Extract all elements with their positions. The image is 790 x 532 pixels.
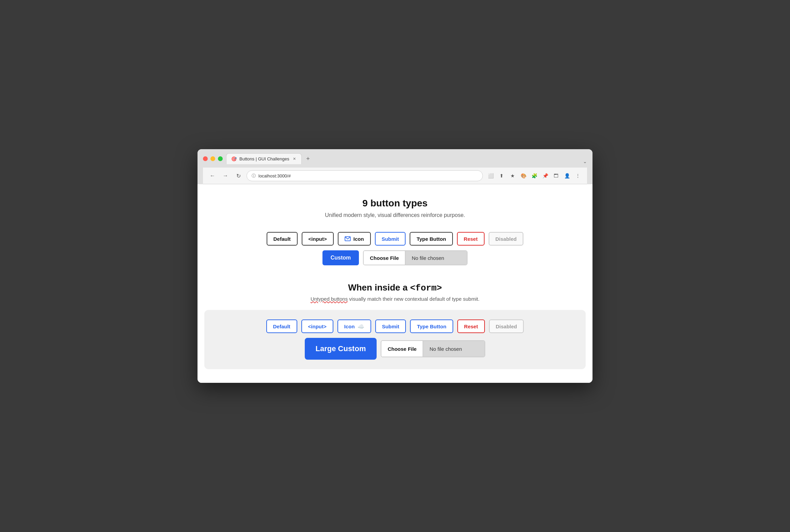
- bookmark-icon[interactable]: ★: [508, 171, 517, 180]
- untyped-buttons-text: Untyped buttons: [311, 296, 348, 302]
- traffic-light-yellow[interactable]: [210, 156, 215, 161]
- choose-file-button[interactable]: Choose File: [364, 251, 406, 265]
- titlebar-top: 🎯 Buttons | GUI Challenges ✕ + ⌄: [203, 153, 587, 164]
- forward-button[interactable]: →: [221, 171, 230, 181]
- form-submit-button[interactable]: Submit: [375, 319, 406, 333]
- tab-close-button[interactable]: ✕: [292, 157, 297, 161]
- page-content: 9 button types Unified modern style, vis…: [198, 184, 592, 383]
- secure-icon: ⓘ: [252, 173, 256, 179]
- input-button[interactable]: <input>: [302, 232, 334, 246]
- traffic-light-green[interactable]: [218, 156, 223, 161]
- form-section: Default <input> Icon ☁️ Submit Type Butt…: [204, 310, 586, 369]
- form-icon-label: Icon: [344, 324, 355, 329]
- browser-tab[interactable]: 🎯 Buttons | GUI Challenges ✕: [226, 153, 302, 164]
- tab-title: Buttons | GUI Challenges: [239, 156, 289, 161]
- submit-button[interactable]: Submit: [375, 232, 406, 246]
- button-row-2: Custom Choose File No file chosen: [204, 250, 586, 265]
- page-header: 9 button types Unified modern style, vis…: [204, 198, 586, 218]
- large-custom-button[interactable]: Large Custom: [305, 338, 377, 360]
- section-1: Default <input> Icon Submit Type Button …: [204, 232, 586, 265]
- browser-toolbar: ⬜ ⬆ ★ 🎨 🧩 📌 🗔 👤 ⋮: [486, 171, 582, 180]
- section-2: When inside a <form> Untyped buttons vis…: [204, 282, 586, 369]
- tab-bar: 🎯 Buttons | GUI Challenges ✕ + ⌄: [226, 153, 587, 164]
- form-choose-file-button[interactable]: Choose File: [381, 341, 423, 357]
- page-subtitle: Unified modern style, visual differences…: [204, 212, 586, 218]
- new-tab-button[interactable]: +: [303, 154, 313, 163]
- form-icon-button[interactable]: Icon ☁️: [337, 319, 371, 333]
- form-input-button[interactable]: <input>: [301, 319, 333, 333]
- tab-favicon: 🎯: [231, 156, 237, 161]
- form-disabled-button: Disabled: [489, 319, 524, 333]
- extensions-icon[interactable]: 🧩: [530, 171, 539, 180]
- default-button[interactable]: Default: [267, 232, 298, 246]
- button-row-1: Default <input> Icon Submit Type Button …: [204, 232, 586, 246]
- browser-navbar: ← → ↻ ⓘ localhost:3000/# ⬜ ⬆ ★ 🎨 🧩 📌 🗔 👤…: [203, 168, 587, 184]
- address-bar[interactable]: ⓘ localhost:3000/#: [247, 170, 483, 181]
- profile-icon[interactable]: 👤: [563, 171, 571, 180]
- section-2-subtitle: Untyped buttons visually match their new…: [204, 296, 586, 302]
- section-2-title-text: When inside a: [348, 282, 410, 293]
- file-input-wrapper: Choose File No file chosen: [363, 250, 468, 265]
- form-button-row-1: Default <input> Icon ☁️ Submit Type Butt…: [212, 319, 578, 333]
- form-button-row-2: Large Custom Choose File No file chosen: [212, 338, 578, 360]
- traffic-light-red[interactable]: [203, 156, 208, 161]
- form-type-button[interactable]: Type Button: [410, 319, 453, 333]
- url-text: localhost:3000/#: [258, 173, 291, 178]
- custom-button[interactable]: Custom: [322, 250, 359, 265]
- no-file-chosen-text: No file chosen: [406, 251, 467, 265]
- cloud-icon: ☁️: [358, 323, 364, 330]
- browser-titlebar: 🎯 Buttons | GUI Challenges ✕ + ⌄ ← → ↻ ⓘ…: [198, 149, 592, 184]
- share-icon[interactable]: ⬆: [497, 171, 506, 180]
- mail-icon: [345, 236, 351, 241]
- reset-button[interactable]: Reset: [457, 232, 485, 246]
- type-button-button[interactable]: Type Button: [410, 232, 453, 246]
- extension-color-icon[interactable]: 🎨: [519, 171, 528, 180]
- back-button[interactable]: ←: [208, 171, 217, 181]
- browser-window: 🎯 Buttons | GUI Challenges ✕ + ⌄ ← → ↻ ⓘ…: [198, 149, 592, 383]
- section-2-subtitle-cont: visually match their new contextual defa…: [348, 296, 479, 302]
- form-reset-button[interactable]: Reset: [457, 319, 485, 333]
- reload-button[interactable]: ↻: [234, 171, 243, 181]
- traffic-lights: [203, 156, 223, 161]
- menu-icon[interactable]: ⋮: [573, 171, 582, 180]
- sidebar-icon[interactable]: 🗔: [552, 171, 560, 180]
- section-2-title-code: <form>: [410, 283, 442, 293]
- form-default-button[interactable]: Default: [266, 319, 297, 333]
- icon-button[interactable]: Icon: [338, 232, 371, 246]
- form-file-input-wrapper: Choose File No file chosen: [381, 340, 485, 357]
- tab-chevron-icon[interactable]: ⌄: [583, 159, 587, 164]
- section-2-title: When inside a <form>: [204, 282, 586, 293]
- form-no-file-chosen-text: No file chosen: [423, 341, 485, 357]
- pin-icon[interactable]: 📌: [541, 171, 550, 180]
- disabled-button: Disabled: [489, 232, 524, 246]
- page-title: 9 button types: [204, 198, 586, 209]
- external-link-icon[interactable]: ⬜: [486, 171, 495, 180]
